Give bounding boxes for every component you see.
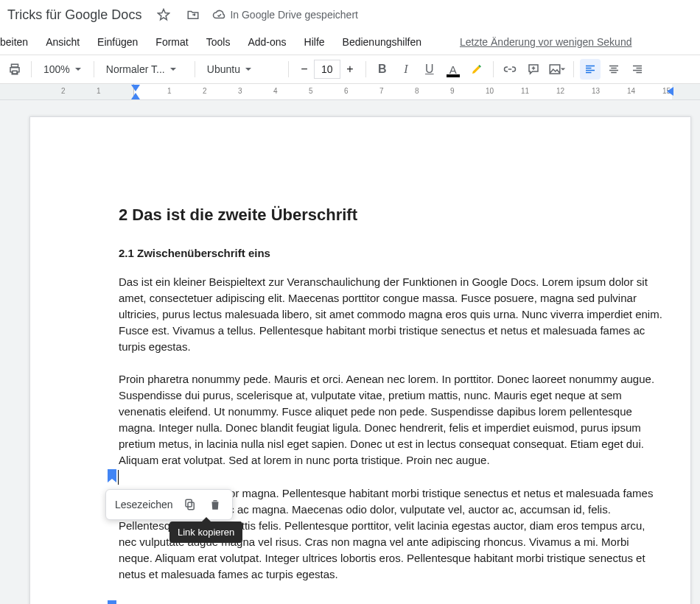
bold-button[interactable]: B [372,59,393,80]
ruler-tick: 2 [61,87,66,95]
ruler-tick: 12 [556,87,564,95]
insert-link-button[interactable] [500,59,520,80]
zoom-select[interactable]: 100% [38,59,88,80]
ruler-tick: 3 [238,87,242,95]
ruler-tick: 11 [521,87,529,95]
separator [365,61,366,77]
paragraph[interactable]: Proin pharetra nonummy pede. Mauris et o… [119,371,664,468]
chevron-down-icon [74,63,82,75]
separator [493,61,494,77]
toolbar: 100% Normaler T... Ubuntu − 10 + B I U A [0,55,700,84]
ruler-margin-right [672,84,700,99]
zoom-value: 100% [43,63,70,75]
menu-view[interactable]: Ansicht [46,36,80,48]
drive-status-text: In Google Drive gespeichert [230,9,358,21]
title-bar: Tricks für Google Docs In Google Drive g… [0,0,700,29]
align-left-button[interactable] [580,59,601,80]
left-indent-marker[interactable] [131,93,140,99]
print-icon[interactable] [4,59,25,80]
ruler[interactable]: 21123456789101112131415 [0,84,700,100]
first-line-indent-marker[interactable] [131,85,140,91]
ruler-tick: 1 [167,87,172,95]
heading-3[interactable]: 2.1 Zwischenüberschrift eins [119,247,664,259]
title-icons: In Google Drive gespeichert [153,4,358,25]
highlight-button[interactable] [466,59,487,80]
page[interactable]: 2 Das ist die zweite Überschrift 2.1 Zwi… [29,116,691,604]
text-color-button[interactable]: A [443,59,463,80]
separator [94,61,94,77]
align-center-button[interactable] [603,59,624,80]
bookmark-icon[interactable] [107,469,117,482]
separator [195,61,195,77]
ruler-margin-left [0,84,134,99]
font-select[interactable]: Ubuntu [201,59,282,80]
tooltip-text: Link kopieren [178,527,234,538]
separator [288,61,289,77]
menu-accessibility[interactable]: Bedienungshilfen [343,36,421,48]
copy-link-button[interactable] [182,496,198,513]
ruler-tick: 5 [309,87,313,95]
italic-button[interactable]: I [396,59,416,80]
bookmark-icon[interactable] [107,600,117,604]
ruler-tick: 1 [97,87,101,95]
bookmark-popup: Lesezeichen [105,489,233,520]
document-canvas[interactable]: 2 Das ist die zweite Überschrift 2.1 Zwi… [0,100,700,604]
ruler-tick: 7 [379,87,384,95]
insert-image-button[interactable] [547,59,567,80]
font-size-input[interactable]: 10 [314,60,340,79]
chevron-down-icon [169,63,177,75]
menu-bar: beiten Ansicht Einfügen Format Tools Add… [0,29,700,55]
text-cursor [118,470,119,485]
menu-addons[interactable]: Add-ons [248,36,286,48]
last-change-link[interactable]: Letzte Änderung vor wenigen Sekund [460,36,632,48]
ruler-tick: 6 [344,87,349,95]
underline-button[interactable]: U [419,59,440,80]
separator [31,61,32,77]
svg-rect-0 [550,65,560,74]
menu-format[interactable]: Format [155,36,188,48]
document-title[interactable]: Tricks für Google Docs [3,4,146,26]
menu-help[interactable]: Hilfe [304,36,325,48]
svg-rect-2 [186,499,192,507]
move-icon[interactable] [183,4,203,25]
svg-rect-1 [188,502,194,510]
delete-bookmark-button[interactable] [207,496,223,513]
paragraph-style-select[interactable]: Normaler T... [100,59,189,80]
separator [573,61,574,77]
align-right-button[interactable] [627,59,648,80]
paragraph[interactable]: Das ist ein kleiner Beispieltext zur Ver… [119,274,664,355]
heading-2[interactable]: 2 Das ist die zweite Überschrift [119,206,664,225]
right-indent-marker[interactable] [667,87,673,96]
ruler-tick: 10 [486,87,494,95]
tooltip: Link kopieren [169,522,242,543]
drive-status[interactable]: In Google Drive gespeichert [212,8,358,21]
font-value: Ubuntu [207,63,240,75]
ruler-tick: 2 [203,87,207,95]
paragraph-style-value: Normaler T... [106,63,165,75]
bookmark-popup-label: Lesezeichen [115,499,173,510]
ruler-tick: 13 [592,87,600,95]
font-size-group: − 10 + [295,60,360,79]
ruler-tick: 14 [627,87,635,95]
ruler-tick: 4 [273,87,278,95]
ruler-tick: 9 [450,87,455,95]
increase-fontsize-button[interactable]: + [340,60,360,79]
menu-edit[interactable]: beiten [0,36,28,48]
ruler-tick: 8 [415,87,419,95]
insert-comment-button[interactable] [523,59,544,80]
decrease-fontsize-button[interactable]: − [295,60,314,79]
menu-insert[interactable]: Einfügen [97,36,138,48]
chevron-down-icon [245,63,252,75]
menu-tools[interactable]: Tools [206,36,231,48]
star-icon[interactable] [153,4,174,25]
